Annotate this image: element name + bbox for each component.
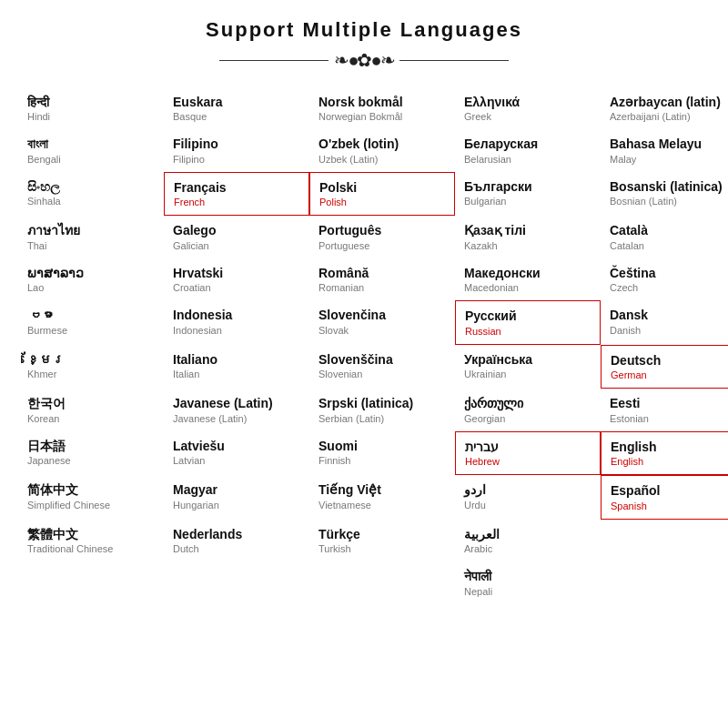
language-cell[interactable]: Javanese (Latin)Javanese (Latin) [164, 389, 309, 430]
language-cell[interactable]: HrvatskiCroatian [164, 258, 309, 300]
lang-english-name: Korean [27, 412, 155, 425]
language-cell[interactable]: ພາສາລາວLao [18, 258, 164, 300]
language-cell[interactable]: SlovenščinaSlovenian [309, 345, 455, 389]
lang-native-name: සිංහල [27, 178, 155, 195]
language-cell[interactable] [164, 561, 309, 603]
language-cell[interactable]: 日本語Japanese [18, 431, 164, 475]
language-cell[interactable]: РусскийRussian [455, 300, 601, 344]
language-cell[interactable]: PortuguêsPortuguese [309, 216, 455, 258]
lang-english-name: Italian [173, 368, 300, 380]
language-cell[interactable]: ภาษาไทยThai [18, 216, 164, 258]
lang-english-name: Bengali [27, 153, 155, 166]
language-cell[interactable]: IndonesiaIndonesian [164, 300, 309, 344]
lang-native-name: Polski [319, 179, 445, 196]
language-cell[interactable]: 한국어Korean [18, 389, 164, 430]
lang-native-name: ພາສາລາວ [27, 265, 155, 281]
language-cell[interactable]: العربيةArabic [455, 520, 601, 561]
language-cell[interactable]: Norsk bokmålNorwegian Bokmål [309, 87, 455, 129]
language-cell[interactable]: ქართულიGeorgian [455, 389, 601, 430]
language-cell[interactable] [309, 561, 455, 603]
lang-english-name: Croatian [173, 281, 300, 294]
lang-native-name: Dansk [610, 307, 728, 323]
language-cell[interactable]: ဗမာBurmese [18, 300, 164, 344]
language-cell[interactable]: ΕλληνικάGreek [455, 87, 601, 129]
lang-english-name: Estonian [610, 412, 728, 425]
language-cell[interactable] [18, 561, 164, 603]
language-cell[interactable]: ČeštinaCzech [601, 258, 728, 300]
lang-english-name: Dutch [173, 542, 300, 555]
language-cell[interactable]: NederlandsDutch [164, 520, 309, 561]
lang-english-name: Hebrew [465, 455, 591, 468]
language-cell[interactable]: 简体中文Simplified Chinese [18, 475, 164, 519]
lang-english-name: Ukrainian [464, 368, 592, 380]
language-cell[interactable]: עבריתHebrew [455, 431, 601, 475]
language-cell[interactable]: GalegoGalician [164, 216, 309, 258]
language-cell[interactable]: EestiEstonian [601, 389, 728, 430]
lang-english-name: Uzbek (Latin) [318, 153, 446, 166]
language-cell[interactable]: EspañolSpanish [601, 475, 728, 519]
language-cell[interactable]: DeutschGerman [601, 345, 728, 389]
lang-english-name: Romanian [318, 281, 446, 294]
lang-native-name: 简体中文 [27, 481, 155, 498]
language-cell[interactable]: DanskDanish [601, 300, 728, 344]
lang-native-name: Filipino [173, 136, 300, 152]
lang-english-name: Burmese [27, 324, 155, 337]
lang-english-name: German [611, 369, 728, 381]
lang-english-name: Spanish [611, 500, 728, 512]
language-cell[interactable]: EnglishEnglish [601, 431, 728, 475]
language-cell[interactable]: RomânăRomanian [309, 258, 455, 300]
lang-english-name: Thai [27, 239, 155, 252]
lang-native-name: Magyar [173, 481, 300, 498]
language-cell[interactable]: FilipinoFilipino [164, 129, 309, 171]
language-cell[interactable]: اردوUrdu [455, 475, 601, 519]
title-divider: ❧●✿●❧ [18, 49, 710, 71]
lang-native-name: Norsk bokmål [318, 94, 446, 110]
lang-native-name: Español [611, 482, 728, 499]
language-cell[interactable]: 繁體中文Traditional Chinese [18, 520, 164, 561]
lang-english-name: Catalan [610, 239, 728, 252]
language-cell[interactable]: Srpski (latinica)Serbian (Latin) [309, 389, 455, 430]
language-cell[interactable]: हिन्दीHindi [18, 87, 164, 129]
language-cell[interactable]: LatviešuLatvian [164, 431, 309, 475]
language-cell[interactable]: БългарскиBulgarian [455, 172, 601, 216]
language-cell[interactable]: MagyarHungarian [164, 475, 309, 519]
lang-english-name: Basque [173, 110, 300, 123]
language-cell[interactable]: ItalianoItalian [164, 345, 309, 389]
lang-english-name: Nepali [464, 585, 592, 598]
lang-native-name: ภาษาไทย [27, 222, 155, 238]
lang-english-name: Belarusian [464, 153, 592, 166]
language-cell[interactable]: Bosanski (latinica)Bosnian (Latin) [601, 172, 728, 216]
language-cell[interactable] [601, 520, 728, 561]
language-cell[interactable]: TürkçeTurkish [309, 520, 455, 561]
language-cell[interactable]: SuomiFinnish [309, 431, 455, 475]
language-cell[interactable]: SlovenčinaSlovak [309, 300, 455, 344]
language-cell[interactable]: Қазақ тіліKazakh [455, 216, 601, 258]
language-cell[interactable]: Tiếng ViệtVietnamese [309, 475, 455, 519]
lang-english-name: Kazakh [464, 239, 592, 252]
lang-english-name: Czech [610, 281, 728, 294]
language-cell[interactable]: CatalàCatalan [601, 216, 728, 258]
lang-native-name: Nederlands [173, 526, 300, 542]
lang-english-name: Bulgarian [464, 195, 592, 207]
language-cell[interactable]: УкраїнськаUkrainian [455, 345, 601, 389]
lang-english-name: Macedonian [464, 281, 592, 294]
language-cell[interactable]: Bahasa MelayuMalay [601, 129, 728, 171]
language-cell[interactable]: नेपालीNepali [455, 561, 601, 603]
lang-native-name: Čeština [610, 265, 728, 281]
language-cell[interactable]: Azərbaycan (latin)Azerbaijani (Latin) [601, 87, 728, 129]
language-cell[interactable]: ខ្មែរKhmer [18, 345, 164, 389]
language-cell[interactable]: বাংলাBengali [18, 129, 164, 171]
language-cell[interactable]: O'zbek (lotin)Uzbek (Latin) [309, 129, 455, 171]
language-cell[interactable]: БеларускаяBelarusian [455, 129, 601, 171]
lang-english-name: Vietnamese [318, 499, 446, 511]
language-cell[interactable]: МакедонскиMacedonian [455, 258, 601, 300]
language-cell[interactable] [601, 561, 728, 603]
lang-english-name: Greek [464, 110, 592, 123]
lang-english-name: Arabic [464, 542, 592, 555]
language-cell[interactable]: EuskaraBasque [164, 87, 309, 129]
language-cell[interactable]: FrançaisFrench [164, 172, 309, 216]
language-cell[interactable]: PolskiPolish [309, 172, 455, 216]
lang-english-name: Hindi [27, 110, 155, 123]
lang-english-name: Lao [27, 281, 155, 294]
language-cell[interactable]: සිංහලSinhala [18, 172, 164, 216]
